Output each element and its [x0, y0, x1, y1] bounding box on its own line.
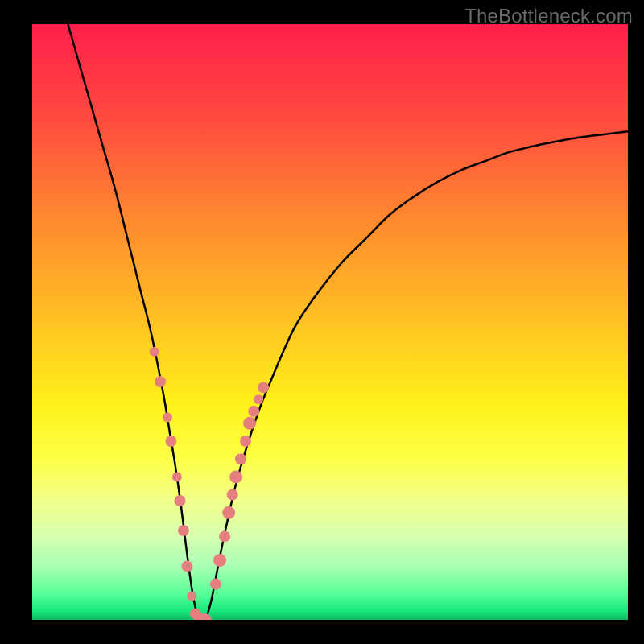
data-dot [163, 412, 172, 422]
data-dot [235, 453, 246, 464]
data-dot [187, 591, 196, 601]
data-dot [240, 436, 251, 447]
data-dot [222, 506, 235, 519]
data-dot [178, 525, 189, 536]
chart-svg [32, 24, 628, 620]
data-dot [210, 579, 221, 590]
data-dot [172, 472, 182, 481]
chart-frame: TheBottleneck.com [0, 0, 644, 644]
data-dot [254, 394, 263, 404]
data-dot [175, 495, 186, 506]
data-dot [181, 560, 192, 572]
data-dot [243, 417, 256, 430]
gradient-background [32, 24, 628, 620]
data-dot [155, 376, 166, 387]
data-dot [229, 470, 242, 483]
data-dot [219, 530, 230, 542]
data-dot [150, 347, 159, 357]
plot-area [32, 24, 628, 620]
data-dot [213, 554, 226, 567]
data-dot [227, 489, 238, 501]
data-dot [248, 406, 259, 417]
data-dot [165, 436, 176, 447]
data-dot [258, 382, 269, 393]
